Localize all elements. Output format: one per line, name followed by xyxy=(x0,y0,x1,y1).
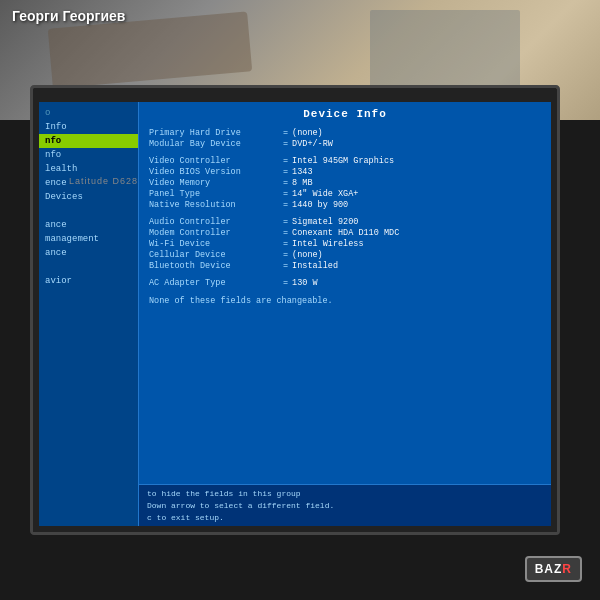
bt-equals: = xyxy=(283,261,288,271)
sidebar-item-devices[interactable]: Devices xyxy=(39,190,138,204)
sidebar-item-mgmt[interactable]: management xyxy=(39,232,138,246)
bios-screen: o Info nfo nfo lealth ence Devices ance … xyxy=(39,102,551,526)
vctrl-value: Intel 945GM Graphics xyxy=(292,156,394,166)
res-label: Native Resolution xyxy=(149,200,279,210)
bay-label: Modular Bay Device xyxy=(149,139,279,149)
sidebar-item-active[interactable]: nfo xyxy=(39,134,138,148)
help-text-3: c to exit setup. xyxy=(147,512,543,524)
sidebar-item-spacer2 xyxy=(39,260,138,274)
vctrl-equals: = xyxy=(283,156,288,166)
vmem-label: Video Memory xyxy=(149,178,279,188)
panel-value: 14" Wide XGA+ xyxy=(292,189,358,199)
sidebar-item-avior[interactable]: avior xyxy=(39,274,138,288)
bios-sidebar: o Info nfo nfo lealth ence Devices ance … xyxy=(39,102,139,526)
bios-main-content: Device Info Primary Hard Drive = (none) … xyxy=(139,102,551,526)
sidebar-item-3[interactable]: nfo xyxy=(39,148,138,162)
vmem-value: 8 MB xyxy=(292,178,312,188)
video-section: Video Controller = Intel 945GM Graphics … xyxy=(149,156,541,210)
help-text-1: to hide the fields in this group xyxy=(147,488,543,500)
wifi-value: Intel Wireless xyxy=(292,239,363,249)
vbios-label: Video BIOS Version xyxy=(149,167,279,177)
watermark-accent: R xyxy=(562,562,572,576)
audio-value: Sigmatel 9200 xyxy=(292,217,358,227)
info-row-vbios: Video BIOS Version = 1343 xyxy=(149,167,541,177)
audio-label: Audio Controller xyxy=(149,217,279,227)
cell-equals: = xyxy=(283,250,288,260)
ac-label: AC Adapter Type xyxy=(149,278,279,288)
vbios-equals: = xyxy=(283,167,288,177)
res-value: 1440 by 900 xyxy=(292,200,348,210)
hdd-label: Primary Hard Drive xyxy=(149,128,279,138)
info-row-audio: Audio Controller = Sigmatel 9200 xyxy=(149,217,541,227)
sidebar-item-health[interactable]: lealth xyxy=(39,162,138,176)
vctrl-label: Video Controller xyxy=(149,156,279,166)
modem-value: Conexant HDA D110 MDC xyxy=(292,228,399,238)
sidebar-item-ance[interactable]: ance xyxy=(39,218,138,232)
ac-value: 130 W xyxy=(292,278,318,288)
vmem-equals: = xyxy=(283,178,288,188)
wifi-equals: = xyxy=(283,239,288,249)
info-row-hdd: Primary Hard Drive = (none) xyxy=(149,128,541,138)
bt-label: Bluetooth Device xyxy=(149,261,279,271)
bt-value: Installed xyxy=(292,261,338,271)
info-row-panel: Panel Type = 14" Wide XGA+ xyxy=(149,189,541,199)
audio-equals: = xyxy=(283,217,288,227)
audio-section: Audio Controller = Sigmatel 9200 Modem C… xyxy=(149,217,541,271)
panel-equals: = xyxy=(283,189,288,199)
changeable-note: None of these fields are changeable. xyxy=(149,296,541,306)
bay-value: DVD+/-RW xyxy=(292,139,333,149)
bios-title: Device Info xyxy=(149,108,541,120)
laptop-model-label: Latitude D628 xyxy=(69,176,138,186)
res-equals: = xyxy=(283,200,288,210)
ac-equals: = xyxy=(283,278,288,288)
wifi-label: Wi-Fi Device xyxy=(149,239,279,249)
adapter-section: AC Adapter Type = 130 W xyxy=(149,278,541,288)
watermark-badge: BAZR xyxy=(525,556,582,582)
hdd-equals: = xyxy=(283,128,288,138)
cell-value: (none) xyxy=(292,250,323,260)
info-row-bay: Modular Bay Device = DVD+/-RW xyxy=(149,139,541,149)
panel-label: Panel Type xyxy=(149,189,279,199)
info-row-modem: Modem Controller = Conexant HDA D110 MDC xyxy=(149,228,541,238)
vbios-value: 1343 xyxy=(292,167,312,177)
info-row-cell: Cellular Device = (none) xyxy=(149,250,541,260)
sidebar-item-0[interactable]: o xyxy=(39,106,138,120)
storage-section: Primary Hard Drive = (none) Modular Bay … xyxy=(149,128,541,149)
help-bar: to hide the fields in this group Down ar… xyxy=(139,484,551,526)
laptop-bezel: Latitude D628 o Info nfo nfo lealth ence… xyxy=(33,88,557,532)
hdd-value: (none) xyxy=(292,128,323,138)
cell-label: Cellular Device xyxy=(149,250,279,260)
info-row-vctrl: Video Controller = Intel 945GM Graphics xyxy=(149,156,541,166)
sidebar-item-info[interactable]: Info xyxy=(39,120,138,134)
info-row-wifi: Wi-Fi Device = Intel Wireless xyxy=(149,239,541,249)
info-row-ac: AC Adapter Type = 130 W xyxy=(149,278,541,288)
modem-label: Modem Controller xyxy=(149,228,279,238)
help-text-2: Down arrow to select a different field. xyxy=(147,500,543,512)
info-row-vmem: Video Memory = 8 MB xyxy=(149,178,541,188)
modem-equals: = xyxy=(283,228,288,238)
info-row-res: Native Resolution = 1440 by 900 xyxy=(149,200,541,210)
laptop-frame: Latitude D628 o Info nfo nfo lealth ence… xyxy=(30,85,560,535)
info-row-bt: Bluetooth Device = Installed xyxy=(149,261,541,271)
sidebar-item-ance2[interactable]: ance xyxy=(39,246,138,260)
username-label: Георги Георгиев xyxy=(12,8,125,24)
sidebar-item-spacer1 xyxy=(39,204,138,218)
bay-equals: = xyxy=(283,139,288,149)
